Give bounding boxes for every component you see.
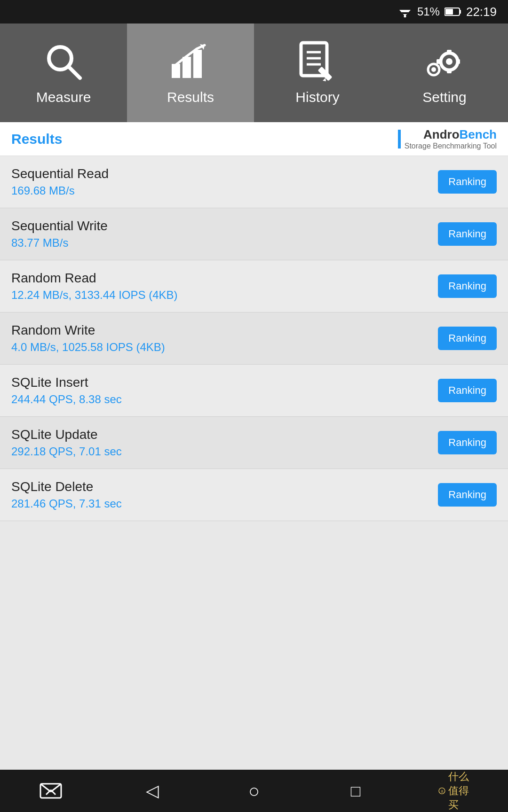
nav-recents-button[interactable]: □ xyxy=(337,777,374,805)
result-row-sequential-read: Sequential Read 169.68 MB/s Ranking xyxy=(0,156,508,208)
svg-point-3 xyxy=(404,16,406,18)
tab-results[interactable]: Results xyxy=(127,23,254,122)
result-name-random-write: Random Write xyxy=(11,323,165,338)
result-value-random-write: 4.0 MB/s, 1025.58 IOPS (4KB) xyxy=(11,341,165,354)
smzdm-text: 什么值得买 xyxy=(448,770,476,812)
results-header: Results AndroBench Storage Benchmarking … xyxy=(0,122,508,156)
result-row-random-read: Random Read 12.24 MB/s, 3133.44 IOPS (4K… xyxy=(0,260,508,312)
envelope-x-icon xyxy=(39,781,63,800)
result-info-sequential-write: Sequential Write 83.77 MB/s xyxy=(11,219,108,250)
svg-rect-6 xyxy=(445,9,453,15)
svg-point-22 xyxy=(431,67,436,72)
bottom-nav: ◁ ○ □ 值 什么值得买 xyxy=(0,770,508,812)
logo-bar-accent xyxy=(398,130,401,148)
result-name-random-read: Random Read xyxy=(11,271,178,286)
nav-tabs: Measure Results History xyxy=(0,23,508,122)
result-name-sqlite-insert: SQLite Insert xyxy=(11,375,122,390)
svg-rect-11 xyxy=(193,50,202,78)
tab-history[interactable]: History xyxy=(254,23,381,122)
back-icon: ◁ xyxy=(146,781,159,801)
result-name-sequential-read: Sequential Read xyxy=(11,166,109,181)
ranking-btn-random-write[interactable]: Ranking xyxy=(438,327,497,350)
result-value-random-read: 12.24 MB/s, 3133.44 IOPS (4KB) xyxy=(11,289,178,302)
tab-setting[interactable]: Setting xyxy=(381,23,508,122)
result-name-sequential-write: Sequential Write xyxy=(11,219,108,234)
result-row-sqlite-update: SQLite Update 292.18 QPS, 7.01 sec Ranki… xyxy=(0,417,508,469)
tab-setting-label: Setting xyxy=(422,89,466,105)
ranking-btn-random-read[interactable]: Ranking xyxy=(438,274,497,298)
smzdm-icon: 值 xyxy=(438,784,445,797)
history-icon xyxy=(296,40,339,83)
logo-text-block: AndroBench Storage Benchmarking Tool xyxy=(405,127,497,150)
home-icon: ○ xyxy=(248,781,260,802)
svg-point-20 xyxy=(446,58,452,65)
tab-results-label: Results xyxy=(167,89,214,105)
result-name-sqlite-delete: SQLite Delete xyxy=(11,479,122,494)
result-value-sequential-write: 83.77 MB/s xyxy=(11,236,108,250)
setting-icon xyxy=(423,40,466,83)
result-row-sqlite-delete: SQLite Delete 281.46 QPS, 7.31 sec Ranki… xyxy=(0,469,508,521)
tab-measure[interactable]: Measure xyxy=(0,23,127,122)
ranking-btn-sqlite-delete[interactable]: Ranking xyxy=(438,483,497,507)
ranking-btn-sequential-read[interactable]: Ranking xyxy=(438,170,497,194)
result-row-random-write: Random Write 4.0 MB/s, 1025.58 IOPS (4KB… xyxy=(0,312,508,365)
nav-back-button[interactable]: ◁ xyxy=(134,777,171,805)
ranking-btn-sqlite-insert[interactable]: Ranking xyxy=(438,379,497,402)
result-row-sqlite-insert: SQLite Insert 244.44 QPS, 8.38 sec Ranki… xyxy=(0,365,508,417)
results-section-title: Results xyxy=(11,131,62,147)
svg-rect-24 xyxy=(447,70,452,73)
measure-icon xyxy=(42,40,85,83)
smzdm-label: 值 什么值得买 xyxy=(438,770,476,812)
svg-text:值: 值 xyxy=(441,789,444,793)
svg-rect-5 xyxy=(460,10,461,14)
result-info-sqlite-delete: SQLite Delete 281.46 QPS, 7.31 sec xyxy=(11,479,122,510)
results-icon xyxy=(169,40,212,83)
logo-main-text: AndroBench xyxy=(405,127,497,142)
ranking-btn-sequential-write[interactable]: Ranking xyxy=(438,222,497,246)
result-info-sqlite-update: SQLite Update 292.18 QPS, 7.01 sec xyxy=(11,427,122,458)
ranking-btn-sqlite-update[interactable]: Ranking xyxy=(438,431,497,454)
result-info-random-write: Random Write 4.0 MB/s, 1025.58 IOPS (4KB… xyxy=(11,323,165,354)
battery-icon xyxy=(444,7,461,16)
tab-measure-label: Measure xyxy=(36,89,91,105)
recents-icon: □ xyxy=(351,782,361,800)
result-value-sequential-read: 169.68 MB/s xyxy=(11,184,109,197)
nav-app-icon[interactable] xyxy=(32,777,70,805)
nav-home-button[interactable]: ○ xyxy=(235,777,273,805)
result-info-sqlite-insert: SQLite Insert 244.44 QPS, 8.38 sec xyxy=(11,375,122,406)
androbench-logo: AndroBench Storage Benchmarking Tool xyxy=(398,127,497,150)
results-list: Sequential Read 169.68 MB/s Ranking Sequ… xyxy=(0,156,508,770)
result-info-random-read: Random Read 12.24 MB/s, 3133.44 IOPS (4K… xyxy=(11,271,178,302)
result-name-sqlite-update: SQLite Update xyxy=(11,427,122,442)
result-value-sqlite-delete: 281.46 QPS, 7.31 sec xyxy=(11,497,122,510)
result-row-sequential-write: Sequential Write 83.77 MB/s Ranking xyxy=(0,208,508,260)
logo-sub-text: Storage Benchmarking Tool xyxy=(405,142,497,150)
status-bar: 51% 22:19 xyxy=(0,0,508,23)
svg-rect-26 xyxy=(456,59,460,64)
status-time: 22:19 xyxy=(466,5,497,19)
wifi-icon xyxy=(397,6,413,17)
battery-level: 51% xyxy=(417,5,440,18)
result-value-sqlite-update: 292.18 QPS, 7.01 sec xyxy=(11,445,122,458)
result-value-sqlite-insert: 244.44 QPS, 8.38 sec xyxy=(11,393,122,406)
svg-rect-25 xyxy=(437,59,440,64)
svg-line-8 xyxy=(69,67,80,78)
status-icons: 51% 22:19 xyxy=(397,5,497,19)
svg-rect-10 xyxy=(183,57,191,78)
tab-history-label: History xyxy=(295,89,339,105)
nav-smzdm-app[interactable]: 值 什么值得买 xyxy=(438,777,476,805)
result-info-sequential-read: Sequential Read 169.68 MB/s xyxy=(11,166,109,197)
svg-rect-23 xyxy=(447,50,452,54)
